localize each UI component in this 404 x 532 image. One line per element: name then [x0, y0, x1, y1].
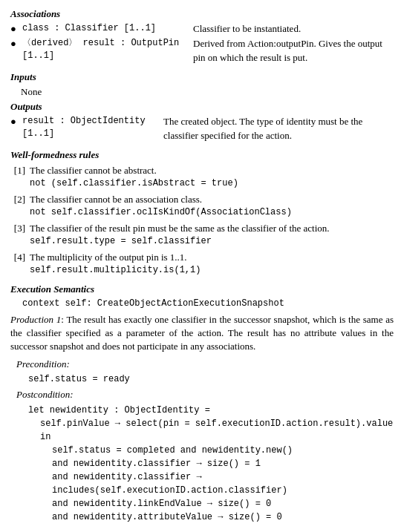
- assoc-right-2: Derived from Action:outputPin. Gives the…: [193, 37, 394, 64]
- production-body: : The result has exactly one classifier …: [10, 314, 394, 352]
- output-bullet-1: ●: [10, 115, 19, 142]
- wf-num-2: [2]: [10, 193, 25, 219]
- associations-title: Associations: [10, 7, 394, 21]
- post-line-6: and newidentity.attributeValue → size() …: [52, 510, 394, 524]
- execution-section: Execution Semantics context self: Create…: [10, 283, 394, 524]
- post-line-3: and newidentity.classifier → size() = 1: [52, 457, 394, 470]
- post-line-0: let newidentity : ObjectIdentity =: [28, 404, 394, 417]
- wf-num-3: [3]: [10, 222, 25, 248]
- wellformedness-section: Well-formedness rules [1] The classifier…: [10, 148, 394, 277]
- output-item-1: ● result : ObjectIdentity [1..1] The cre…: [10, 115, 394, 142]
- wf-line1-3: The classifier of the result pin must be…: [30, 222, 394, 235]
- wf-rule-4: [4] The multiplicity of the output pin i…: [10, 251, 394, 277]
- assoc-item-1: ● class : Classifier [1..1] Classifier t…: [10, 22, 394, 36]
- wf-text-2: The classifier cannot be an association …: [30, 193, 394, 219]
- precondition-label: Precondition:: [16, 358, 394, 371]
- inputs-value: None: [21, 85, 394, 99]
- assoc-item-2: ● 〈derived〉 result : OutputPin [1..1] De…: [10, 37, 394, 64]
- inputs-section: Inputs None: [10, 70, 394, 99]
- assoc-content-1: class : Classifier [1..1] Classifier to …: [22, 22, 394, 36]
- exec-title: Execution Semantics: [10, 283, 394, 296]
- production-label: Production 1: [10, 314, 61, 325]
- assoc-content-2: 〈derived〉 result : OutputPin [1..1] Deri…: [22, 37, 394, 64]
- wf-line1-4: The multiplicity of the output pin is 1.…: [30, 251, 394, 264]
- wf-text-4: The multiplicity of the output pin is 1.…: [30, 251, 394, 277]
- wf-line2-1: not (self.classifier.isAbstract = true): [30, 177, 394, 190]
- assoc-right-1: Classifier to be instantiated.: [193, 22, 394, 36]
- production-text: Production 1: The result has exactly one…: [10, 313, 394, 354]
- wf-line1-2: The classifier cannot be an association …: [30, 193, 394, 206]
- wf-text-1: The classifier cannot be abstract. not (…: [30, 164, 394, 190]
- wf-num-1: [1]: [10, 164, 25, 190]
- outputs-title: Outputs: [10, 100, 394, 114]
- post-line-5: and newidentity.linkEndValue → size() = …: [52, 497, 394, 510]
- wf-text-3: The classifier of the result pin must be…: [30, 222, 394, 248]
- post-line-2: self.status = completed and newidentity.…: [52, 444, 394, 457]
- assoc-left-2: 〈derived〉 result : OutputPin [1..1]: [22, 37, 193, 64]
- wf-line1-1: The classifier cannot be abstract.: [30, 164, 394, 177]
- wf-line2-3: self.result.type = self.classifier: [30, 235, 394, 248]
- output-left-1: result : ObjectIdentity [1..1]: [22, 115, 163, 142]
- postcondition-code-block: let newidentity : ObjectIdentity = self.…: [28, 404, 394, 524]
- wf-title: Well-formedness rules: [10, 148, 394, 162]
- bullet-1: ●: [10, 22, 19, 36]
- assoc-left-1: class : Classifier [1..1]: [22, 22, 193, 36]
- output-content-1: result : ObjectIdentity [1..1] The creat…: [22, 115, 394, 142]
- post-line-1: self.pinValue → select(pin = self.execut…: [40, 417, 394, 444]
- precondition-code: self.status = ready: [28, 373, 394, 386]
- postcondition-label: Postcondition:: [16, 388, 394, 401]
- wf-rule-1: [1] The classifier cannot be abstract. n…: [10, 164, 394, 190]
- inputs-title: Inputs: [10, 70, 394, 84]
- outputs-section: Outputs ● result : ObjectIdentity [1..1]…: [10, 100, 394, 142]
- post-line-4: and newidentity.classifier → includes(se…: [52, 470, 394, 497]
- wf-rule-3: [3] The classifier of the result pin mus…: [10, 222, 394, 248]
- wf-line2-2: not self.classifier.oclIsKindOf(Associat…: [30, 206, 394, 219]
- bullet-2: ●: [10, 37, 19, 64]
- context-line: context self: CreateObjectActionExecutio…: [22, 298, 394, 310]
- wf-num-4: [4]: [10, 251, 25, 277]
- output-right-1: The created object. The type of identity…: [163, 115, 394, 142]
- associations-section: Associations ● class : Classifier [1..1]…: [10, 7, 394, 65]
- wf-rule-2: [2] The classifier cannot be an associat…: [10, 193, 394, 219]
- wf-line2-4: self.result.multiplicity.is(1,1): [30, 264, 394, 277]
